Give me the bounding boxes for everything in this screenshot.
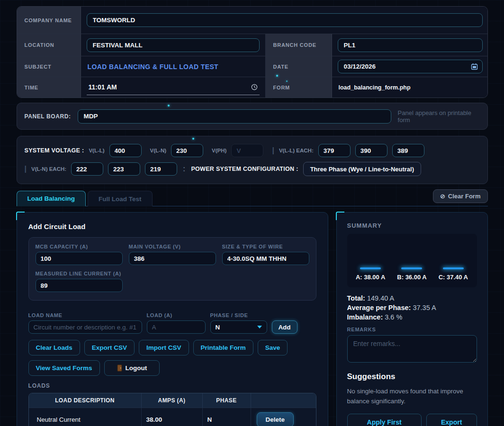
vln-label: V(L-N) (150, 148, 167, 153)
view-saved-forms-button[interactable]: View Saved Forms (28, 360, 100, 376)
company-name-input[interactable] (87, 13, 483, 27)
imbalance-label: Imbalance: (347, 313, 383, 321)
power-config-value: Three Phase (Wye / Line-to-Neutral) (310, 166, 414, 173)
clear-form-button[interactable]: ⊘ Clear Form (433, 189, 488, 203)
vph-label: V(PH) (212, 148, 226, 153)
loads-table-header: LOAD DESCRIPTION AMPS (A) PHASE (29, 393, 316, 408)
col-amps: AMPS (A) (142, 393, 203, 408)
vln-input[interactable] (171, 144, 203, 157)
tab-full-load-test[interactable]: Full Load Test (88, 191, 153, 206)
total-label: Total: (347, 294, 365, 302)
phase-a-label: A: 38.00 A (356, 274, 385, 281)
wire-type-label: SIZE & TYPE OF WIRE (222, 244, 309, 249)
phase-side-value: N (216, 324, 220, 331)
branch-code-input[interactable] (338, 38, 483, 52)
separator-pipe: | (25, 165, 27, 173)
remarks-textarea[interactable] (347, 335, 477, 363)
phase-c-bar (443, 267, 464, 269)
tab-load-balancing-label: Load Balancing (27, 195, 75, 202)
vll-each-input-3[interactable] (392, 144, 424, 157)
vll-each-input-2[interactable] (355, 144, 387, 157)
particle-dot (276, 75, 278, 77)
remarks-label: REMARKS (347, 327, 477, 332)
vll-each-input-1[interactable] (318, 144, 351, 157)
separator-pipe: | (272, 146, 274, 155)
vph-input (231, 144, 263, 157)
load-amps-label: LOAD (A) (147, 312, 206, 318)
time-input[interactable]: 11:01 AM (87, 80, 260, 95)
load-name-input[interactable] (28, 320, 142, 334)
wire-type-input[interactable] (222, 252, 309, 265)
load-name-label: LOAD NAME (28, 312, 142, 318)
subject-value: LOAD BALANCING & FULL LOAD TEST (87, 63, 219, 71)
separator-colon: : (183, 165, 185, 173)
logout-button[interactable]: Logout (104, 360, 160, 376)
summary-title: SUMMARY (347, 222, 477, 229)
import-csv-button[interactable]: Import CSV (139, 340, 189, 355)
loads-label: LOADS (28, 382, 316, 389)
calendar-icon[interactable] (471, 63, 478, 70)
corner-bracket (336, 212, 344, 220)
col-load-description: LOAD DESCRIPTION (29, 393, 142, 408)
vll-each-label: V(L-L) EACH: (279, 148, 314, 153)
phase-side-select[interactable]: N (210, 320, 267, 334)
tab-load-balancing[interactable]: Load Balancing (17, 191, 86, 206)
time-label: TIME (17, 77, 81, 98)
vln-each-input-2[interactable] (108, 162, 140, 176)
total-value: 149.40 A (367, 294, 394, 302)
panel-board-input[interactable] (78, 109, 391, 124)
power-config-label: POWER SYSTEM CONFIGURATION : (191, 166, 298, 172)
amps-cell: 38.00 (142, 408, 203, 426)
vln-each-input-3[interactable] (145, 162, 177, 176)
main-voltage-input[interactable] (129, 252, 216, 265)
phase-b-label: B: 36.00 A (397, 274, 426, 281)
imbalance-value: 3.6 % (385, 313, 402, 321)
clock-icon[interactable] (251, 84, 258, 90)
vll-input[interactable] (109, 144, 142, 157)
printable-form-button[interactable]: Printable Form (193, 340, 253, 355)
phase-b-bar (401, 267, 422, 269)
measured-current-label: MEASURED LINE CURRENT (A) (36, 271, 123, 276)
subject-label: SUBJECT (17, 56, 81, 77)
particle-dot (168, 105, 170, 106)
apply-first-suggestion-button[interactable]: Apply First Suggestion (347, 414, 422, 426)
vln-each-label: V(L-N) EACH: (31, 166, 66, 172)
export-csv-button[interactable]: Export CSV (84, 340, 135, 355)
corner-bracket (16, 212, 25, 220)
average-label: Average per Phase: (347, 304, 411, 311)
load-description-cell: Neutral Current (29, 408, 142, 426)
company-name-label: COMPANY NAME (17, 7, 81, 34)
particle-dot (286, 80, 288, 82)
system-voltage-title: SYSTEM VOLTAGE : (25, 147, 84, 154)
panel-board-hint: Panel appears on printable form (398, 109, 480, 124)
suggestions-message: No single-load moves found that improve … (347, 387, 477, 407)
save-button[interactable]: Save (258, 340, 288, 355)
date-input-field[interactable] (338, 60, 483, 73)
panel-board-label: PANEL BOARD: (25, 113, 71, 120)
mcb-capacity-input[interactable] (36, 252, 123, 265)
vln-each-input-1[interactable] (71, 162, 103, 176)
circuit-params-group: MCB CAPACITY (A) MAIN VOLTAGE (V) SIZE &… (28, 237, 316, 301)
loads-table: LOAD DESCRIPTION AMPS (A) PHASE Neutral … (28, 393, 316, 426)
load-amps-input[interactable] (147, 320, 206, 334)
measured-current-input[interactable] (36, 279, 123, 292)
phase-b-group: B: 36.00 A (397, 267, 426, 281)
date-input[interactable] (338, 60, 483, 73)
col-phase: PHASE (203, 393, 251, 408)
export-report-button[interactable]: Export Report (426, 414, 477, 426)
form-label: FORM (266, 77, 332, 98)
slash-circle-icon: ⊘ (440, 193, 445, 200)
phase-cell: N (203, 408, 251, 426)
phase-c-group: C: 37.40 A (439, 267, 468, 281)
power-config-select[interactable]: Three Phase (Wye / Line-to-Neutral) (303, 162, 421, 176)
phase-c-label: C: 37.40 A (439, 274, 468, 281)
suggestions-title: Suggestions (347, 372, 477, 382)
location-label: LOCATION (17, 34, 81, 56)
clear-loads-button[interactable]: Clear Loads (28, 340, 80, 355)
add-load-button[interactable]: Add (272, 320, 297, 334)
phase-a-group: A: 38.00 A (356, 267, 385, 281)
summary-totals: Total: 149.40 A Average per Phase: 37.35… (347, 293, 477, 322)
logout-label: Logout (126, 364, 147, 372)
location-input[interactable] (87, 38, 260, 52)
delete-row-button[interactable]: Delete (257, 412, 294, 426)
